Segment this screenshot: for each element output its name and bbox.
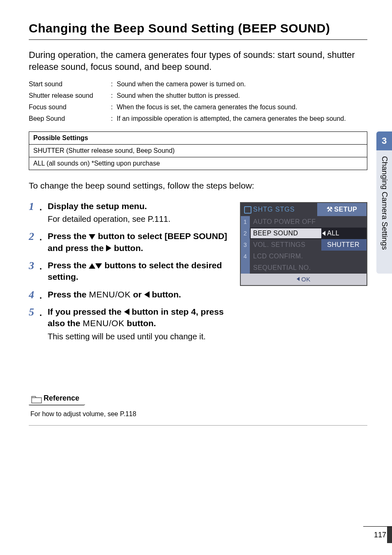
left-triangle-icon — [144, 291, 150, 298]
up-triangle-icon — [89, 263, 95, 269]
page-number-box: 117 — [363, 526, 392, 543]
chapter-title: Changing Camera Settings — [376, 150, 392, 274]
step-head: Press the buttons to select the desired … — [48, 260, 235, 283]
steps-intro: To change the beep sound settings, follo… — [29, 181, 367, 191]
side-tab: 3 Changing Camera Settings — [376, 131, 392, 274]
lcd-row: AUTO POWER OFF — [250, 216, 367, 228]
lcd-footer: OK — [241, 274, 367, 285]
table-row: SHUTTER (Shutter release sound, Beep Sou… — [29, 144, 367, 157]
left-triangle-icon — [124, 309, 129, 315]
right-triangle-icon — [106, 245, 111, 251]
step-4: 4 . Press the MENU/OK or button. — [29, 289, 235, 300]
step-sub: This setting will be used until you chan… — [48, 331, 235, 342]
table-row: ALL (all sounds on) *Setting upon purcha… — [29, 157, 367, 170]
camera-lcd-preview: SHTG STGS ⚒SETUP 1 2 3 4 AUTO POWER OFF … — [240, 202, 367, 286]
table-header: Possible Settings — [29, 131, 367, 144]
sound-desc: Sound when the camera power is turned on… — [117, 81, 367, 88]
lcd-row-numbers: 1 2 3 4 — [241, 216, 250, 274]
chapter-number: 3 — [376, 131, 392, 150]
lcd-row: SEQUENTIAL NO. — [250, 262, 367, 274]
step-head: If you pressed the button in step 4, pre… — [48, 306, 235, 329]
sound-name: Beep Sound — [29, 115, 111, 122]
reference-body: For how to adjust volume, see P.118 — [29, 405, 367, 426]
lcd-header-left: SHTG STGS — [241, 203, 317, 216]
reference-header: Reference — [29, 393, 85, 405]
intro-text: During operation, the camera generates f… — [29, 49, 367, 73]
sound-name: Focus sound — [29, 104, 111, 111]
step-head: Display the setup menu. — [48, 200, 235, 212]
step-3: 3 . Press the buttons to select the desi… — [29, 260, 235, 283]
sound-desc: When the focus is set, the camera genera… — [117, 104, 367, 111]
sound-definitions: Start sound : Sound when the camera powe… — [29, 81, 367, 122]
possible-settings-table: Possible Settings SHUTTER (Shutter relea… — [29, 131, 367, 170]
folder-icon — [31, 395, 42, 403]
sound-desc: Sound when the shutter button is pressed… — [117, 92, 367, 99]
down-triangle-icon — [95, 263, 102, 269]
reference-section: Reference For how to adjust volume, see … — [29, 393, 367, 426]
sound-name: Shutter release sound — [29, 92, 111, 99]
step-2: 2 . Press the button to select [BEEP SOU… — [29, 230, 235, 254]
step-head: Press the button to select [BEEP SOUND] … — [48, 230, 235, 254]
left-arrow-icon — [297, 277, 300, 281]
step-1: 1 . Display the setup menu. For detailed… — [29, 200, 235, 225]
lcd-row-selected: BEEP SOUND ALL — [250, 228, 367, 239]
setup-icon: ⚒ — [327, 203, 333, 216]
step-sub: For detailed operation, see P.111. — [48, 214, 235, 225]
sound-name: Start sound — [29, 81, 111, 88]
step-5: 5 . If you pressed the button in step 4,… — [29, 306, 235, 342]
lcd-row: VOL. SETTINGS SHUTTER — [250, 239, 367, 251]
page-corner-decoration — [387, 527, 392, 543]
page-title: Changing the Beep Sound Setting (BEEP SO… — [29, 21, 367, 40]
lcd-row: LCD CONFIRM. — [250, 251, 367, 262]
left-arrow-icon — [322, 231, 325, 236]
page-number: 117 — [374, 531, 386, 539]
sound-desc: If an impossible operation is attempted,… — [117, 115, 367, 122]
down-triangle-icon — [89, 234, 95, 240]
step-head: Press the MENU/OK or button. — [48, 289, 235, 300]
lcd-header-right: ⚒SETUP — [317, 203, 367, 216]
